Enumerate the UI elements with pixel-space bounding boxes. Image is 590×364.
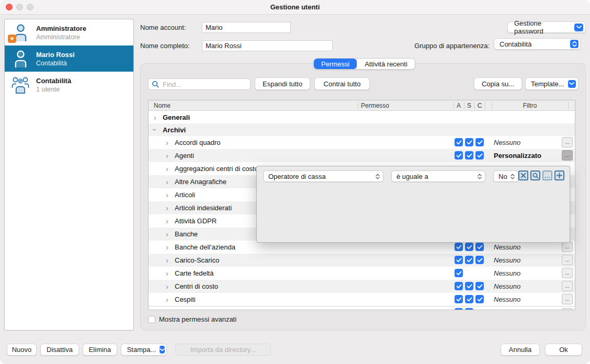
chevron-right-icon[interactable]: › (166, 214, 168, 228)
filter-more-button[interactable]: ... (562, 281, 573, 291)
chevron-right-icon[interactable]: › (166, 241, 168, 254)
sidebar-item-amministratore[interactable]: ★AmministratoreAmministratore (5, 19, 133, 46)
filter-editor-popup: Operatore di cassa è uguale a No ... (256, 166, 570, 243)
chevron-right-icon[interactable]: › (166, 188, 168, 201)
permission-checkbox-a[interactable] (455, 243, 463, 251)
col-header-c[interactable]: C (474, 100, 485, 111)
chevron-right-icon[interactable]: › (166, 293, 168, 306)
table-row-archivi[interactable]: ›Archivi (149, 123, 575, 136)
permission-checkbox-c[interactable] (475, 138, 484, 146)
row-name: Articoli indesiderati (175, 201, 232, 214)
filter-search-button[interactable] (530, 170, 540, 180)
group-select[interactable]: Contabilità (494, 38, 581, 50)
row-name: Centri di costo (175, 280, 218, 293)
column-divider (492, 102, 492, 109)
chevron-right-icon[interactable]: › (166, 254, 168, 267)
filter-more-button[interactable]: ... (562, 268, 573, 278)
advanced-permissions-checkbox[interactable] (148, 316, 155, 323)
filter-operator-select[interactable]: è uguale a (391, 170, 485, 182)
advanced-permissions-label: Mostra permessi avanzati (159, 315, 236, 323)
permission-checkbox-a[interactable] (455, 256, 463, 264)
expand-all-button[interactable]: Espandi tutto (255, 77, 310, 90)
col-header-a[interactable]: A (453, 100, 464, 111)
sidebar-item-mario-rossi[interactable]: Mario RossiContabilità (5, 46, 133, 72)
filter-more-button[interactable]: ... (562, 255, 573, 265)
stepper-icon (376, 174, 380, 179)
table-row-carte-fedelt-[interactable]: ›Carte fedeltàNessuno... (149, 267, 575, 280)
password-management-button[interactable]: Gestione password (507, 21, 586, 33)
chevron-down-icon (574, 24, 583, 31)
filter-value: Nessuno (494, 280, 520, 293)
filter-more-button[interactable]: ... (562, 150, 573, 161)
tab-permessi[interactable]: Permessi (314, 59, 357, 69)
template-button[interactable]: Template... (525, 77, 578, 90)
permission-checkbox-s[interactable] (465, 243, 473, 251)
permission-checkbox-a[interactable] (455, 269, 463, 277)
chevron-right-icon[interactable]: › (166, 267, 168, 280)
table-row-generali[interactable]: ›Generali (149, 111, 575, 123)
ok-button[interactable]: Ok (545, 344, 582, 356)
permission-checkbox-s[interactable] (465, 138, 473, 146)
sidebar-item-contabilit-[interactable]: Contabilità1 utente (5, 72, 133, 98)
delete-button[interactable]: Elimina (83, 344, 117, 356)
filter-clear-button[interactable] (518, 170, 528, 180)
col-header-s[interactable]: S (464, 100, 474, 111)
new-user-button[interactable]: Nuovo (7, 344, 37, 356)
chevron-right-icon[interactable]: › (154, 111, 156, 123)
chevron-right-icon[interactable]: › (166, 201, 168, 214)
filter-field-select[interactable]: Operatore di cassa (263, 170, 383, 182)
permission-checkbox-c[interactable] (475, 151, 484, 160)
deactivate-button[interactable]: Disattiva (40, 344, 79, 356)
table-row-partial (149, 306, 575, 310)
table-row-carico-scarico[interactable]: ›Carico-ScaricoNessuno... (149, 254, 575, 267)
import-directory-button: Importa da directory... (175, 344, 271, 356)
permission-checkbox-c[interactable] (475, 295, 484, 303)
table-row-centri-di-costo[interactable]: ›Centri di costoNessuno... (149, 280, 575, 293)
permission-checkbox-s[interactable] (465, 151, 473, 160)
account-name-field[interactable] (202, 22, 291, 33)
permission-checkbox-a[interactable] (455, 151, 463, 160)
col-header-nome[interactable]: Nome (154, 100, 171, 111)
chevron-right-icon[interactable]: › (166, 149, 168, 162)
col-header-filtro[interactable]: Filtro (492, 100, 568, 111)
search-icon (152, 81, 159, 88)
permission-checkbox-s[interactable] (465, 256, 473, 264)
filter-more-button[interactable]: ... (562, 242, 573, 252)
chevron-right-icon[interactable]: › (166, 228, 168, 241)
permission-checkbox-c[interactable] (475, 243, 484, 251)
collapse-all-button[interactable]: Contrai tutto (314, 77, 370, 90)
filter-more-button[interactable]: ... (562, 294, 573, 304)
copy-to-button[interactable]: Copia su... (474, 77, 522, 90)
search-icon (532, 173, 539, 179)
permission-checkbox-a[interactable] (455, 138, 463, 146)
print-button[interactable]: Stampa... (121, 344, 167, 356)
user-management-window: Gestione utenti ★AmministratoreAmministr… (0, 0, 590, 364)
permission-checkbox-s[interactable] (465, 282, 473, 290)
permission-checkbox-s[interactable] (465, 295, 473, 303)
chevron-right-icon[interactable]: › (166, 175, 168, 188)
chevron-right-icon[interactable]: › (166, 136, 168, 149)
permission-checkbox-c[interactable] (475, 282, 484, 290)
permission-checkbox-a[interactable] (455, 295, 463, 303)
search-field-wrap (148, 78, 251, 90)
full-name-field[interactable] (202, 40, 333, 51)
search-input[interactable] (162, 80, 256, 89)
ellipsis-icon: ... (544, 174, 550, 178)
chevron-down-icon[interactable]: › (149, 129, 162, 131)
col-header-permesso[interactable]: Permesso (361, 100, 389, 111)
row-name: Archivi (163, 123, 186, 136)
tab-attivit-recenti[interactable]: Attività recenti (357, 59, 415, 69)
filter-more-button[interactable]: ... (562, 137, 573, 147)
chevron-right-icon[interactable]: › (166, 162, 168, 175)
permission-checkbox-a[interactable] (455, 282, 463, 290)
filter-ellipsis-button[interactable]: ... (542, 170, 552, 180)
table-row-agenti[interactable]: ›AgentiPersonalizzato... (149, 149, 575, 162)
table-row-cespiti[interactable]: ›CespitiNessuno... (149, 293, 575, 306)
chevron-right-icon[interactable]: › (166, 280, 168, 293)
cancel-button[interactable]: Annulla (501, 344, 540, 356)
permission-checkbox (455, 308, 463, 310)
filter-add-button[interactable] (554, 170, 564, 180)
table-row-accordi-quadro[interactable]: ›Accordi quadroNessuno... (149, 136, 575, 149)
filter-value-select[interactable]: No (493, 170, 518, 182)
permission-checkbox-c[interactable] (475, 256, 484, 264)
